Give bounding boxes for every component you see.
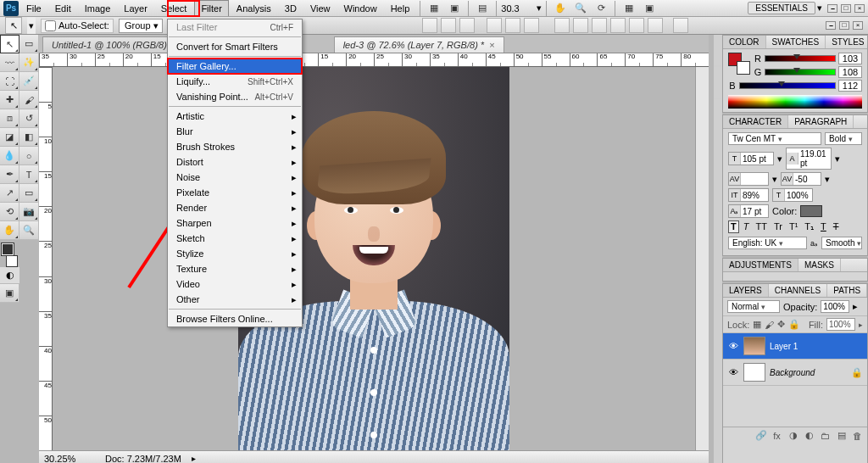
menu-last-filter[interactable]: Last FilterCtrl+F xyxy=(168,20,302,35)
pen-tool[interactable]: ✒ xyxy=(0,165,19,184)
collapsed-panel-dock[interactable] xyxy=(714,35,722,463)
menu-filter[interactable]: Filter xyxy=(194,0,228,16)
auto-select-check[interactable] xyxy=(45,20,56,31)
brush-tool[interactable]: 🖌 xyxy=(19,91,39,109)
align-hcenter-icon[interactable] xyxy=(505,18,520,33)
3d-camera-tool[interactable]: 📷 xyxy=(19,203,39,221)
r-slider[interactable] xyxy=(765,55,836,62)
menu-filter-video[interactable]: Video xyxy=(168,276,302,292)
g-value[interactable]: 108 xyxy=(838,66,862,78)
menu-filter-noise[interactable]: Noise xyxy=(168,170,302,185)
vscale-input[interactable]: 89% xyxy=(741,190,768,201)
fill-input[interactable]: 100% xyxy=(827,319,854,330)
healing-brush-tool[interactable]: ✚ xyxy=(0,91,19,109)
menu-filter-render[interactable]: Render xyxy=(168,200,302,215)
mini-bridge-icon[interactable]: ▣ xyxy=(446,1,463,16)
all-caps-icon[interactable]: TT xyxy=(753,220,769,233)
tab-layers[interactable]: LAYERS xyxy=(723,284,769,297)
small-caps-icon[interactable]: Tr xyxy=(771,220,785,233)
auto-select-checkbox[interactable]: Auto-Select: xyxy=(41,19,114,33)
menu-filter-sketch[interactable]: Sketch xyxy=(168,231,302,246)
align-left-icon[interactable] xyxy=(487,18,502,33)
distribute-hcenter-icon[interactable] xyxy=(629,18,644,33)
auto-align-icon[interactable] xyxy=(673,18,688,33)
layer-thumbnail[interactable] xyxy=(743,363,765,382)
menu-filter-sharpen[interactable]: Sharpen xyxy=(168,215,302,231)
blend-mode-dd[interactable]: Normal xyxy=(727,300,780,313)
ruler-vertical[interactable]: 5101520253035404550 xyxy=(39,67,53,450)
align-vcenter-icon[interactable] xyxy=(441,18,456,33)
tool-preset-dropdown[interactable]: ▾ xyxy=(27,17,36,34)
tab-masks[interactable]: MASKS xyxy=(798,259,841,271)
layer-style-icon[interactable]: fx xyxy=(771,429,783,442)
r-value[interactable]: 103 xyxy=(838,53,862,64)
layer-row-background[interactable]: 👁 Background 🔒 xyxy=(723,360,867,386)
menu-file[interactable]: File xyxy=(20,1,47,16)
tab-styles[interactable]: STYLES xyxy=(826,36,868,48)
visibility-icon[interactable]: 👁 xyxy=(727,340,739,352)
menu-select[interactable]: Select xyxy=(155,1,193,16)
layers-empty-area[interactable] xyxy=(723,386,867,427)
menu-view[interactable]: View xyxy=(304,1,337,16)
tab-swatches[interactable]: SWATCHES xyxy=(766,36,826,48)
lasso-tool[interactable]: 〰 xyxy=(0,53,19,72)
menu-edit[interactable]: Edit xyxy=(49,1,77,16)
menu-filter-pixelate[interactable]: Pixelate xyxy=(168,185,302,200)
menu-help[interactable]: Help xyxy=(385,1,416,16)
clone-stamp-tool[interactable]: ⧈ xyxy=(0,109,19,128)
layer-thumbnail[interactable] xyxy=(743,337,765,355)
b-slider[interactable] xyxy=(739,82,836,89)
superscript-icon[interactable]: T¹ xyxy=(787,220,800,233)
strikethrough-icon[interactable]: Ŧ xyxy=(831,220,842,233)
baseline-input[interactable]: 17 pt xyxy=(741,206,768,217)
blur-tool[interactable]: 💧 xyxy=(0,147,19,165)
kerning-input[interactable] xyxy=(741,178,768,180)
workspace-switcher[interactable]: ESSENTIALS xyxy=(748,2,815,14)
current-tool-icon[interactable]: ↖ xyxy=(5,17,22,34)
group-icon[interactable]: 🗀 xyxy=(819,429,832,442)
marquee-tool[interactable]: ▭ xyxy=(19,35,39,53)
menu-filter-other[interactable]: Other xyxy=(168,292,302,307)
crop-tool[interactable]: ⛶ xyxy=(0,72,19,91)
language-dd[interactable]: English: UK xyxy=(728,237,807,249)
faux-italic-icon[interactable]: T xyxy=(741,220,752,233)
font-size-input[interactable]: 105 pt xyxy=(741,153,773,165)
visibility-icon[interactable]: 👁 xyxy=(727,366,739,378)
screen-mode-tool[interactable]: ▣ xyxy=(0,284,19,303)
antialias-dd[interactable]: Smooth xyxy=(821,237,862,249)
align-top-icon[interactable] xyxy=(422,18,437,33)
menu-filter-blur[interactable]: Blur xyxy=(168,124,302,139)
lock-pixels-icon[interactable]: 🖌 xyxy=(765,320,774,330)
tab-paths[interactable]: PATHS xyxy=(827,284,867,297)
menu-filter-brush-strokes[interactable]: Brush Strokes xyxy=(168,139,302,154)
foreground-background-swatch[interactable] xyxy=(0,243,19,267)
menu-filter-texture[interactable]: Texture xyxy=(168,261,302,276)
shape-tool[interactable]: ▭ xyxy=(19,184,39,203)
zoom-icon[interactable]: 🔍 xyxy=(572,1,589,16)
tracking-input[interactable]: -50 xyxy=(793,174,821,185)
subscript-icon[interactable]: T₁ xyxy=(802,220,816,233)
ruler-horizontal[interactable]: 3530252015105051015202530354045505560657… xyxy=(39,53,709,67)
tab-adjustments[interactable]: ADJUSTMENTS xyxy=(723,259,798,271)
color-fg-bg-swatch[interactable] xyxy=(728,53,750,75)
arrange-docs-icon[interactable]: ▦ xyxy=(620,1,637,16)
b-value[interactable]: 112 xyxy=(838,80,862,92)
layer-mask-icon[interactable]: ◑ xyxy=(787,429,799,442)
opacity-input[interactable]: 100% xyxy=(821,301,849,312)
eraser-tool[interactable]: ◪ xyxy=(0,128,19,147)
rotate-view-icon[interactable]: ⟳ xyxy=(593,1,609,16)
faux-bold-icon[interactable]: T xyxy=(728,220,739,233)
doc-window-controls[interactable]: ‒□× xyxy=(826,21,863,30)
new-layer-icon[interactable]: ▤ xyxy=(835,429,848,442)
layer-name[interactable]: Layer 1 xyxy=(770,342,798,351)
leading-input[interactable]: 119.01 pt xyxy=(798,148,831,169)
menu-image[interactable]: Image xyxy=(79,1,117,16)
lock-transparent-icon[interactable]: ▦ xyxy=(753,319,761,330)
close-icon[interactable]: × xyxy=(489,40,494,50)
quick-select-tool[interactable]: ✨ xyxy=(19,53,39,72)
status-doc-info[interactable]: Doc: 7.23M/7.23M xyxy=(105,454,181,464)
menu-layer[interactable]: Layer xyxy=(118,1,153,16)
menu-convert-smart-filters[interactable]: Convert for Smart Filters xyxy=(168,39,302,54)
extras-icon[interactable]: ▤ xyxy=(474,1,491,16)
menu-window[interactable]: Window xyxy=(338,1,383,16)
